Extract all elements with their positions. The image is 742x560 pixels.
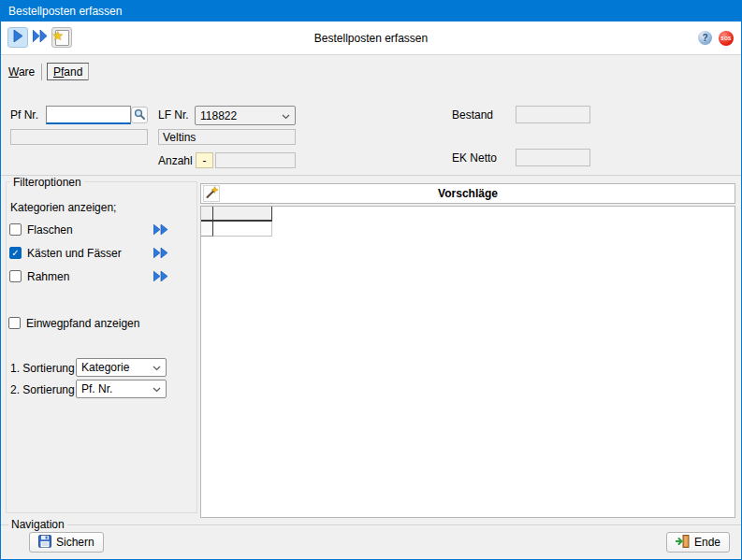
save-button-label: Sichern [56, 536, 95, 549]
sort1-value: Kategorie [81, 361, 129, 374]
sort2-combobox[interactable]: Pf. Nr. [76, 380, 167, 398]
fast-forward-button[interactable] [30, 27, 51, 48]
grid-header-cell [213, 207, 272, 222]
expand-rahmen-button[interactable] [153, 270, 169, 281]
suggestions-title: Vorschläge [201, 184, 735, 203]
anzahl-field [215, 152, 296, 168]
checkbox-einwegpfand[interactable] [8, 317, 21, 329]
checkbox-rahmen[interactable] [9, 270, 22, 282]
form-separator [1, 175, 741, 176]
categories-subtitle: Kategorien anzeigen; [10, 201, 116, 214]
navigation-group-title: Navigation [8, 518, 67, 531]
checkbox-kaesten-und-faesser[interactable] [9, 247, 22, 259]
expand-flaschen-button[interactable] [153, 223, 169, 235]
sort2-value: Pf. Nr. [81, 382, 112, 395]
end-button[interactable]: Ende [666, 532, 730, 553]
anzahl-label: Anzahl [158, 154, 193, 167]
sos-button[interactable]: SOS [719, 31, 734, 46]
lieferant-name-field: Veltins [158, 129, 296, 145]
sos-icon: SOS [720, 36, 731, 41]
anzahl-minus-button[interactable]: - [196, 152, 213, 168]
magic-wand-icon [205, 186, 218, 202]
tab-ware-label: are [19, 65, 35, 79]
fast-forward-icon [33, 30, 48, 45]
exit-door-icon [676, 535, 690, 551]
filter-group-title: Filteroptionen [10, 176, 84, 189]
magnifier-icon [134, 108, 145, 122]
grid-row-header-cell [201, 222, 213, 237]
pf-nr-search-button[interactable] [131, 107, 148, 123]
tab-separator [88, 64, 89, 80]
expand-kaesten-button[interactable] [153, 247, 169, 258]
tab-ware-accel: W [8, 65, 19, 79]
play-icon [13, 30, 23, 45]
chevron-down-icon [153, 361, 161, 374]
tab-pfand[interactable]: Pfand [47, 63, 89, 80]
navigation-group-border [1, 524, 741, 525]
star-icon: ★ [52, 29, 65, 42]
chevron-down-icon [282, 109, 290, 122]
checkbox-rahmen-label: Rahmen [27, 270, 69, 283]
title-bar: Bestellposten erfassen [1, 1, 741, 22]
checkbox-flaschen-label: Flaschen [27, 223, 73, 237]
grid-cell [213, 222, 272, 237]
window-title: Bestellposten erfassen [8, 5, 122, 18]
sort1-label: 1. Sortierung [10, 362, 75, 375]
chevron-down-icon [153, 382, 161, 395]
lf-nr-value: 118822 [200, 109, 237, 122]
double-arrow-icon [153, 248, 168, 258]
bestand-label: Bestand [452, 108, 493, 122]
sort2-label: 2. Sortierung [10, 383, 75, 396]
suggestions-grid[interactable] [200, 206, 735, 518]
auto-suggest-button[interactable] [203, 185, 220, 202]
ek-netto-field [516, 149, 590, 166]
double-arrow-icon [153, 271, 168, 281]
tab-ware[interactable]: Ware [8, 65, 35, 79]
tab-separator [41, 64, 42, 80]
help-button[interactable]: ? [698, 31, 712, 45]
checkbox-einwegpfand-label: Einwegpfand anzeigen [26, 317, 139, 330]
tab-pfand-accel: Pf [53, 65, 64, 79]
double-arrow-icon [153, 224, 168, 235]
toolbar-title: Bestellposten erfassen [1, 22, 741, 54]
favorite-button[interactable]: ★ [51, 27, 72, 48]
suggestions-header: Vorschläge [200, 183, 735, 204]
lf-nr-label: LF Nr. [158, 108, 189, 122]
next-record-button[interactable] [7, 27, 28, 48]
save-button[interactable]: Sichern [29, 532, 104, 553]
bestand-field [516, 106, 590, 123]
checkbox-kaesten-und-faesser-label: Kästen und Fässer [27, 247, 122, 260]
end-button-label: Ende [694, 536, 720, 549]
lf-nr-combobox[interactable]: 118822 [195, 106, 296, 125]
grid-corner-cell [201, 207, 213, 222]
checkbox-flaschen[interactable] [9, 223, 22, 236]
tab-pfand-label: and [64, 65, 82, 79]
toolbar: Bestellposten erfassen ★ ? SOS [1, 22, 741, 55]
pf-nr-input[interactable] [46, 106, 131, 124]
ek-netto-label: EK Netto [452, 151, 497, 165]
sort1-combobox[interactable]: Kategorie [76, 358, 167, 377]
app-window: Bestellposten erfassen Bestellposten erf… [0, 0, 742, 560]
help-icon: ? [702, 33, 707, 43]
favorite-page-icon: ★ [55, 30, 69, 46]
artikel-name-field [10, 129, 148, 145]
pf-nr-label: Pf Nr. [10, 108, 38, 122]
floppy-disk-icon [38, 535, 51, 551]
